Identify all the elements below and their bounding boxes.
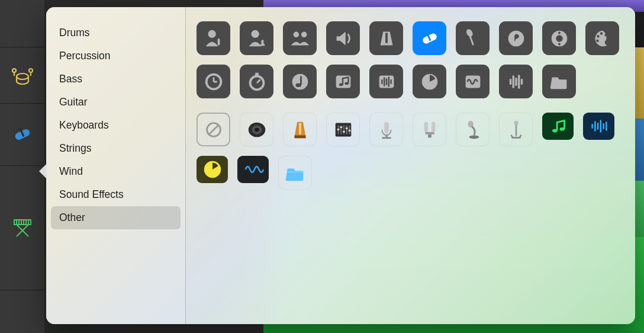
icon-row (197, 65, 624, 98)
svg-rect-53 (382, 137, 391, 139)
capsule-icon (11, 123, 34, 146)
track-slot-capsule[interactable] (0, 104, 44, 166)
icon-speaker-realistic[interactable] (240, 113, 273, 146)
svg-rect-29 (255, 72, 259, 75)
svg-rect-43 (294, 135, 305, 138)
icon-person-mic-alt[interactable] (240, 21, 273, 55)
icon-condenser-mic[interactable] (369, 113, 403, 146)
icon-wave-dark[interactable] (237, 156, 269, 183)
sidebar-item-other[interactable]: Other (51, 206, 181, 229)
icon-metronome[interactable] (369, 21, 403, 55)
svg-point-23 (597, 35, 599, 37)
icon-timer[interactable] (413, 65, 446, 98)
svg-rect-61 (515, 124, 517, 136)
svg-point-12 (301, 31, 307, 37)
svg-point-42 (255, 127, 259, 132)
sidebar-item-wind[interactable]: Wind (51, 160, 181, 183)
svg-rect-46 (337, 129, 339, 130)
icon-wave-square[interactable] (456, 65, 490, 98)
svg-rect-44 (299, 123, 301, 134)
icon-clock-yellow[interactable] (197, 156, 228, 183)
icon-mixer[interactable] (326, 113, 360, 146)
svg-point-25 (604, 34, 607, 36)
sidebar-item-drums[interactable]: Drums (51, 21, 181, 44)
svg-point-21 (558, 31, 561, 34)
svg-point-59 (469, 135, 479, 139)
icon-midi-plug[interactable] (542, 21, 576, 55)
icon-note[interactable] (283, 65, 317, 98)
icon-clock[interactable] (197, 65, 230, 98)
icon-desk-mic[interactable] (456, 113, 490, 146)
icon-folder-blue[interactable] (278, 156, 312, 190)
track-header-strip (0, 0, 44, 333)
svg-rect-49 (345, 127, 347, 129)
icon-speaker[interactable] (326, 21, 360, 55)
icon-stereo-mic[interactable] (413, 113, 446, 146)
icon-bars[interactable] (499, 65, 533, 98)
icon-music-note-green[interactable] (542, 113, 574, 140)
svg-point-11 (293, 31, 299, 37)
icon-group[interactable] (283, 21, 317, 55)
svg-rect-50 (348, 130, 350, 132)
svg-point-6 (208, 30, 215, 37)
svg-point-26 (596, 39, 598, 41)
popover-pointer (39, 163, 47, 180)
icon-music-note-box[interactable] (326, 65, 360, 98)
sidebar-item-guitar[interactable]: Guitar (51, 91, 181, 114)
svg-rect-17 (469, 35, 474, 45)
icon-capsule[interactable] (413, 21, 446, 55)
svg-rect-51 (384, 121, 389, 133)
svg-rect-57 (428, 134, 432, 137)
icon-waveform-blue[interactable] (583, 113, 614, 140)
track-slot-keyboard[interactable] (0, 166, 44, 290)
sidebar-item-sound-effects[interactable]: Sound Effects (51, 183, 181, 206)
svg-rect-13 (385, 33, 388, 43)
icon-picker-popover: Drums Percussion Bass Guitar Keyboards S… (46, 7, 635, 324)
svg-point-24 (600, 32, 602, 34)
sidebar-item-strings[interactable]: Strings (51, 137, 181, 160)
svg-rect-7 (217, 39, 220, 45)
keyboard-stand-icon (11, 216, 34, 240)
icon-mic-stand[interactable] (456, 21, 490, 55)
icon-row (197, 113, 624, 146)
icon-folder[interactable] (542, 65, 576, 98)
svg-rect-32 (300, 76, 302, 84)
icon-row (197, 21, 624, 55)
track-slot-drums[interactable] (0, 47, 44, 104)
sidebar-item-bass[interactable]: Bass (51, 68, 181, 91)
category-sidebar: Drums Percussion Bass Guitar Keyboards S… (46, 7, 186, 324)
icon-palette[interactable] (585, 21, 619, 55)
svg-point-8 (251, 30, 259, 37)
svg-rect-48 (343, 130, 345, 132)
svg-rect-10 (260, 44, 265, 46)
icon-metronome-realistic[interactable] (283, 113, 317, 146)
sidebar-item-keyboards[interactable]: Keyboards (51, 114, 181, 137)
svg-point-22 (558, 43, 561, 45)
icon-waveform-box[interactable] (369, 65, 403, 98)
icon-stopwatch[interactable] (240, 65, 273, 98)
icon-row (197, 156, 624, 190)
svg-point-2 (29, 69, 33, 72)
svg-rect-47 (340, 126, 342, 128)
svg-point-20 (556, 35, 562, 41)
svg-point-0 (17, 73, 28, 79)
icon-mic-stand-tall[interactable] (499, 113, 533, 146)
icon-grid-area (186, 7, 635, 324)
svg-point-1 (12, 69, 16, 72)
svg-rect-56 (425, 132, 434, 134)
track-slot[interactable] (0, 0, 44, 47)
icon-music-disc[interactable] (499, 21, 533, 55)
icon-person-mic[interactable] (197, 21, 230, 55)
icon-disabled[interactable] (197, 113, 230, 146)
sidebar-item-percussion[interactable]: Percussion (51, 44, 181, 68)
svg-point-60 (514, 120, 519, 125)
svg-rect-54 (424, 121, 428, 132)
drums-icon (11, 63, 34, 87)
svg-rect-55 (431, 121, 435, 132)
